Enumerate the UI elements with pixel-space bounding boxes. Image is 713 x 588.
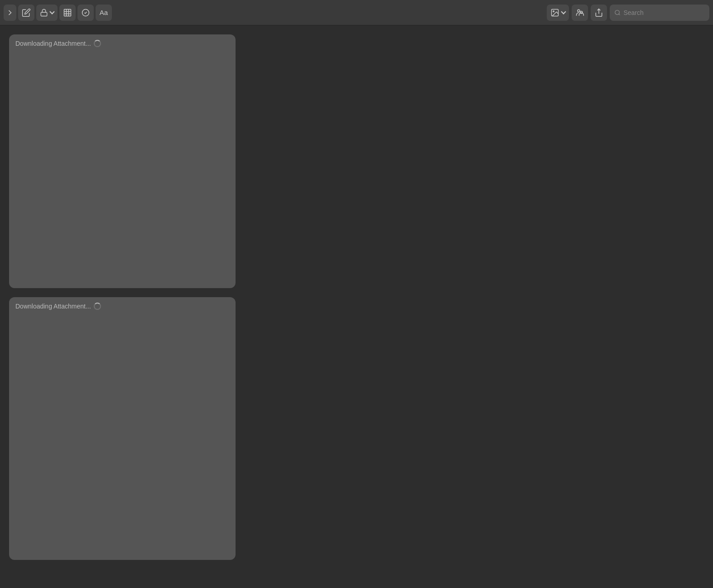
svg-point-12 [615, 10, 620, 14]
svg-rect-1 [64, 9, 71, 16]
svg-point-9 [578, 10, 580, 12]
compose-icon [22, 8, 31, 17]
downloading-text-1: Downloading Attachment... [15, 40, 91, 47]
toolbar: Aa [0, 0, 713, 25]
attachment-label-1: Downloading Attachment... [15, 40, 229, 47]
font-button[interactable]: Aa [96, 5, 112, 21]
collaborate-icon [575, 8, 584, 17]
partial-button[interactable] [4, 5, 16, 21]
compose-button[interactable] [18, 5, 34, 21]
table-button[interactable] [59, 5, 76, 21]
lock-button[interactable] [36, 5, 58, 21]
toolbar-right [547, 5, 709, 21]
image-icon [550, 8, 559, 17]
search-icon [614, 9, 621, 16]
svg-point-8 [553, 10, 554, 11]
image-button[interactable] [547, 5, 569, 21]
partial-icon [5, 8, 14, 17]
spinner-1 [94, 40, 101, 47]
content-area: Downloading Attachment... Downloading At… [0, 25, 713, 588]
attachment-card: Downloading Attachment... [9, 297, 236, 560]
search-box [610, 5, 709, 21]
check-icon [81, 8, 90, 17]
attachment-card: Downloading Attachment... [9, 34, 236, 288]
attachment-label-2: Downloading Attachment... [15, 303, 229, 310]
svg-rect-0 [41, 12, 47, 16]
lock-icon [40, 9, 48, 17]
collaborate-button[interactable] [572, 5, 588, 21]
search-input[interactable] [623, 9, 705, 16]
image-chevron-icon [561, 9, 566, 14]
downloading-text-2: Downloading Attachment... [15, 303, 91, 310]
attachment-column: Downloading Attachment... Downloading At… [9, 34, 236, 579]
svg-line-13 [619, 14, 620, 15]
check-button[interactable] [77, 5, 94, 21]
table-icon [63, 8, 72, 17]
share-button[interactable] [591, 5, 607, 21]
spinner-2 [94, 303, 101, 310]
font-label: Aa [100, 9, 108, 16]
lock-chevron-icon [49, 9, 54, 14]
share-icon [594, 8, 603, 17]
